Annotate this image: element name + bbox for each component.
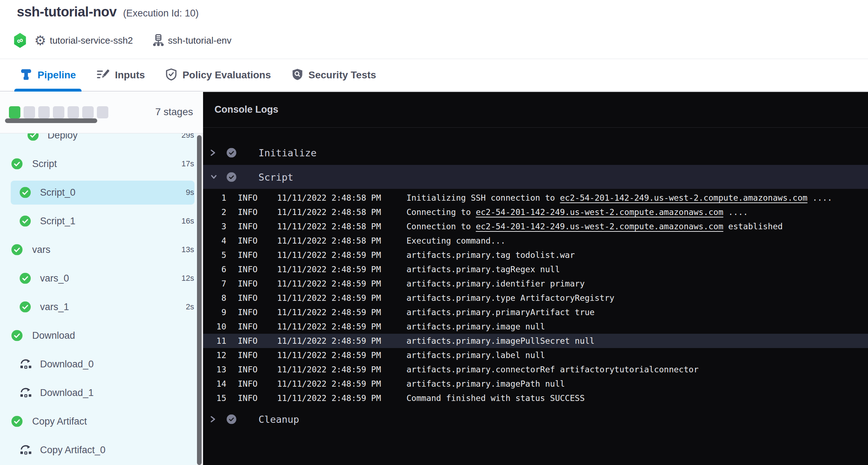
log-row[interactable]: 12INFO11/11/2022 2:48:59 PMartifacts.pri…: [203, 348, 868, 362]
stage-row-deploy[interactable]: Deploy29s: [11, 133, 194, 147]
stage-row-vars[interactable]: vars13s: [11, 238, 194, 262]
tab-pipeline[interactable]: Pipeline: [14, 59, 82, 91]
stage-progress-segment[interactable]: [82, 106, 94, 118]
tab-security-tests[interactable]: Security Tests: [286, 59, 382, 91]
stage-row-vars-1[interactable]: vars_12s: [11, 295, 194, 319]
stage-row-script-1[interactable]: Script_116s: [11, 209, 194, 233]
stage-duration: 2s: [186, 302, 194, 312]
stage-progress-segments[interactable]: [9, 106, 108, 118]
console-title: Console Logs: [214, 104, 278, 115]
log-level: INFO: [238, 334, 257, 348]
log-line-number: 6: [203, 262, 226, 276]
stage-row-vars-0[interactable]: vars_012s: [11, 266, 194, 290]
log-row[interactable]: 14INFO11/11/2022 2:48:59 PMartifacts.pri…: [203, 377, 868, 391]
log-line-number: 7: [203, 276, 226, 291]
log-row[interactable]: 8INFO11/11/2022 2:48:59 PMartifacts.prim…: [203, 291, 868, 305]
log-row[interactable]: 9INFO11/11/2022 2:48:59 PMartifacts.prim…: [203, 305, 868, 319]
log-level: INFO: [238, 276, 257, 291]
chevron-right-icon[interactable]: [210, 148, 216, 157]
log-line-number: 8: [203, 291, 226, 305]
stage-progress-header: 7 stages: [0, 92, 203, 133]
stage-success-icon: [28, 133, 39, 141]
log-line-number: 12: [203, 348, 226, 362]
log-row[interactable]: 5INFO11/11/2022 2:48:59 PMartifacts.prim…: [203, 248, 868, 262]
stage-row-script-0[interactable]: Script_09s: [11, 181, 194, 205]
section-success-icon: [227, 148, 236, 158]
log-timestamp: 11/11/2022 2:48:58 PM: [277, 234, 381, 248]
log-row[interactable]: 13INFO11/11/2022 2:48:59 PMartifacts.pri…: [203, 362, 868, 377]
log-timestamp: 11/11/2022 2:48:59 PM: [277, 291, 381, 305]
log-row[interactable]: 15INFO11/11/2022 2:48:59 PMCommand finis…: [203, 391, 868, 405]
stage-label: Download_1: [40, 387, 94, 398]
stage-sidebar: 7 stages Deploy29sScript17sScript_09sScr…: [0, 92, 203, 465]
log-hostname-link[interactable]: ec2-54-201-142-249.us-west-2.compute.ama…: [476, 222, 723, 231]
log-row[interactable]: 10INFO11/11/2022 2:48:59 PMartifacts.pri…: [203, 319, 868, 334]
log-timestamp: 11/11/2022 2:48:58 PM: [277, 205, 381, 219]
execution-tab-bar: Pipeline Inputs Policy Evaluations Secur…: [0, 59, 868, 92]
log-timestamp: 11/11/2022 2:48:59 PM: [277, 262, 381, 276]
stage-label: Download_0: [40, 359, 94, 370]
section-success-icon: [227, 172, 236, 182]
stage-label: Deploy: [48, 133, 78, 141]
stage-progress-segment[interactable]: [38, 106, 50, 118]
environment-name[interactable]: ssh-tutorial-env: [168, 35, 232, 46]
stage-row-script[interactable]: Script17s: [11, 152, 194, 176]
log-row[interactable]: 4INFO11/11/2022 2:48:58 PMExecuting comm…: [203, 234, 868, 248]
stage-progress-segment[interactable]: [53, 106, 64, 118]
stage-label: Copy Artifact: [32, 416, 87, 427]
log-message: artifacts.primary.identifier primary: [406, 279, 585, 288]
stage-row-download[interactable]: Download: [11, 324, 194, 348]
log-section-initialize[interactable]: Initialize: [203, 141, 868, 164]
step-command-icon: [20, 359, 32, 370]
execution-meta-row: ∞ ⚙ tutorial-service-ssh2 ssh-tutorial-e…: [14, 33, 232, 48]
stage-row-download-0[interactable]: Download_0: [11, 352, 194, 376]
stage-progress-segment[interactable]: [97, 106, 108, 118]
log-row[interactable]: 1INFO11/11/2022 2:48:58 PMInitializing S…: [203, 191, 868, 205]
tab-policy-evaluations[interactable]: Policy Evaluations: [160, 59, 276, 91]
log-line-number: 14: [203, 377, 226, 391]
stage-progress-segment[interactable]: [9, 106, 20, 118]
log-row[interactable]: 11INFO11/11/2022 2:48:59 PMartifacts.pri…: [203, 334, 868, 348]
stage-row-download-1[interactable]: Download_1: [11, 381, 194, 405]
title-row: ssh-tutorial-nov (Execution Id: 10): [17, 4, 199, 20]
log-level: INFO: [238, 305, 257, 319]
log-message: Connection to: [406, 222, 476, 231]
stage-label: Script_1: [40, 216, 75, 227]
stage-row-copy-artifact[interactable]: Copy Artifact: [11, 410, 194, 434]
chevron-down-icon[interactable]: [210, 174, 218, 180]
stage-row-copy-artifact-0[interactable]: Copy Artifact_0: [11, 438, 194, 462]
chevron-right-icon[interactable]: [210, 415, 216, 424]
vertical-scrollbar-thumb[interactable]: [197, 135, 202, 465]
log-message: artifacts.primary.primaryArtifact true: [406, 308, 595, 317]
stage-success-icon: [20, 187, 31, 198]
log-row[interactable]: 7INFO11/11/2022 2:48:59 PMartifacts.prim…: [203, 276, 868, 291]
stage-success-icon: [11, 330, 23, 341]
stage-success-icon: [20, 273, 31, 284]
stage-success-icon: [11, 244, 23, 255]
log-row[interactable]: 2INFO11/11/2022 2:48:58 PMConnecting to …: [203, 205, 868, 219]
service-name[interactable]: tutorial-service-ssh2: [50, 35, 133, 46]
stage-duration: 12s: [182, 274, 194, 283]
tab-inputs[interactable]: Inputs: [91, 59, 151, 91]
stage-progress-segment[interactable]: [24, 106, 35, 118]
horizontal-scrollbar[interactable]: [5, 118, 97, 123]
log-section-script[interactable]: Script: [203, 165, 868, 189]
section-label: Initialize: [258, 147, 317, 158]
log-line-number: 4: [203, 234, 226, 248]
log-line-number: 11: [203, 334, 226, 348]
execution-id-label: (Execution Id: 10): [123, 8, 199, 19]
stage-list: Deploy29sScript17sScript_09sScript_116sv…: [0, 133, 203, 465]
log-message: artifacts.primary.label null: [406, 351, 545, 360]
stage-duration: 13s: [182, 245, 194, 254]
log-message: Command finished with status SUCCESS: [406, 393, 585, 403]
log-message-suffix: established: [723, 222, 783, 231]
vertical-scrollbar-track[interactable]: [197, 133, 203, 465]
log-hostname-link[interactable]: ec2-54-201-142-249.us-west-2.compute.ama…: [560, 193, 807, 202]
stage-success-icon: [11, 158, 23, 170]
log-section-cleanup[interactable]: Cleanup: [203, 408, 868, 431]
log-hostname-link[interactable]: ec2-54-201-142-249.us-west-2.compute.ama…: [476, 207, 723, 217]
log-row[interactable]: 3INFO11/11/2022 2:48:58 PMConnection to …: [203, 219, 868, 234]
stage-progress-segment[interactable]: [68, 106, 79, 118]
step-command-icon: [20, 445, 32, 456]
log-row[interactable]: 6INFO11/11/2022 2:48:59 PMartifacts.prim…: [203, 262, 868, 276]
